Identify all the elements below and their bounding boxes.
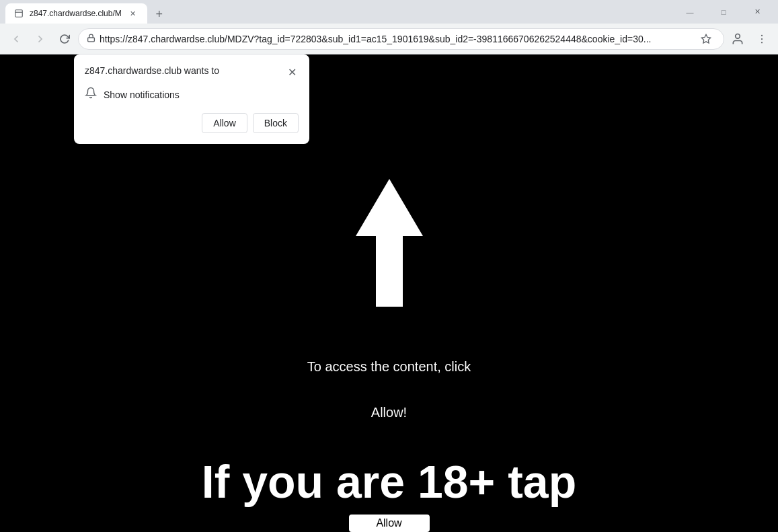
- url-text: https://z847.chardwardse.club/MDZV?tag_i…: [100, 34, 693, 44]
- bell-icon: [85, 87, 97, 102]
- tab-close-button[interactable]: ✕: [127, 7, 139, 20]
- minimize-button[interactable]: —: [674, 0, 705, 24]
- block-button[interactable]: Block: [253, 113, 299, 133]
- popup-title: z847.chardwardse.club wants to: [85, 65, 219, 76]
- notification-popup: z847.chardwardse.club wants to ✕ Show no…: [74, 54, 309, 144]
- page-allow-button[interactable]: Allow: [349, 515, 430, 532]
- browser-window: z847.chardwardse.club/M ✕ + — □ ✕ https:…: [0, 0, 778, 532]
- popup-permission-row: Show notifications: [85, 87, 299, 102]
- tab-title: z847.chardwardse.club/M: [30, 9, 122, 18]
- page-content: z847.chardwardse.club wants to ✕ Show no…: [0, 54, 778, 532]
- instruction-text: To access the content, click Allow!: [307, 330, 471, 422]
- popup-close-button[interactable]: ✕: [285, 65, 299, 79]
- title-bar: z847.chardwardse.club/M ✕ + — □ ✕: [0, 0, 778, 24]
- svg-point-7: [761, 42, 763, 43]
- maximize-button[interactable]: □: [708, 0, 739, 24]
- svg-point-6: [761, 38, 763, 39]
- tab-bar: z847.chardwardse.club/M ✕ +: [5, 0, 674, 24]
- url-bar[interactable]: https://z847.chardwardse.club/MDZV?tag_i…: [78, 28, 724, 50]
- refresh-button[interactable]: [54, 28, 75, 50]
- arrow-up-icon: [352, 176, 426, 310]
- arrow-container: [352, 176, 426, 310]
- profile-button[interactable]: [727, 28, 748, 50]
- close-button[interactable]: ✕: [742, 0, 773, 24]
- svg-marker-8: [356, 179, 423, 307]
- address-bar: https://z847.chardwardse.club/MDZV?tag_i…: [0, 24, 778, 54]
- window-controls: — □ ✕: [674, 0, 773, 24]
- svg-point-4: [736, 34, 740, 38]
- url-actions: [697, 30, 715, 48]
- instruction-line2: Allow!: [307, 403, 471, 422]
- svg-rect-0: [15, 10, 23, 17]
- bookmark-button[interactable]: [697, 30, 715, 48]
- permission-text: Show notifications: [104, 89, 180, 100]
- menu-button[interactable]: [751, 28, 773, 50]
- svg-rect-2: [88, 37, 95, 41]
- allow-button[interactable]: Allow: [202, 113, 247, 133]
- back-button[interactable]: [5, 28, 27, 50]
- svg-point-5: [761, 34, 763, 36]
- tab-favicon: [13, 8, 24, 19]
- svg-marker-3: [701, 34, 710, 43]
- popup-actions: Allow Block: [85, 113, 299, 133]
- new-tab-button[interactable]: +: [150, 5, 169, 24]
- age-gate-text: If you are 18+ tap: [202, 455, 576, 508]
- popup-header: z847.chardwardse.club wants to ✕: [85, 65, 299, 79]
- forward-button[interactable]: [30, 28, 51, 50]
- page-allow-label: Allow: [376, 517, 401, 529]
- active-tab[interactable]: z847.chardwardse.club/M ✕: [5, 3, 147, 24]
- instruction-line1: To access the content, click: [307, 357, 471, 376]
- lock-icon: [87, 34, 95, 44]
